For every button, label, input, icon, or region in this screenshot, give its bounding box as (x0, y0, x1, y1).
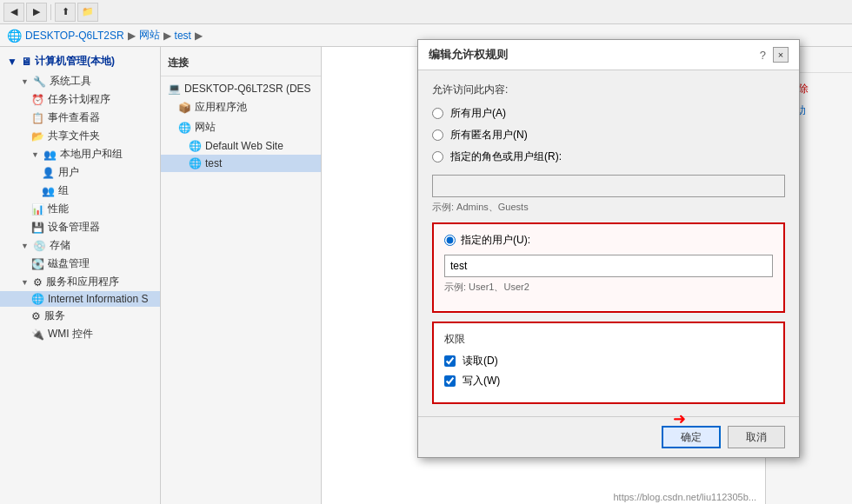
shared-icon: 📂 (31, 130, 44, 143)
specific-user-label: 指定的用户(U): (461, 233, 530, 248)
users-label: 用户 (58, 165, 79, 180)
ok-button[interactable]: 确定 (662, 426, 721, 448)
checkbox-write[interactable]: 写入(W) (444, 374, 773, 388)
sidebar-item-shared-folders[interactable]: 📂 共享文件夹 (0, 127, 160, 145)
users-icon: 👤 (42, 167, 55, 179)
svc-icon: ⚙ (31, 310, 41, 322)
storage-label: 存储 (50, 238, 70, 253)
task-icon: ⏰ (31, 94, 44, 106)
expand-icon: ▼ (7, 56, 17, 68)
address-icon: 🌐 (7, 29, 22, 43)
disk-icon: 💽 (31, 258, 44, 270)
back-button[interactable]: ◀ (3, 3, 24, 22)
modal-backdrop: 编辑允许权规则 ? × 允许访问此内容: 所有用户(A) 所有匿名用户(N) (148, 0, 852, 504)
groups-icon: 👥 (42, 185, 55, 197)
event-label: 事件查看器 (48, 110, 100, 125)
expand-users-icon: ▼ (31, 150, 40, 159)
event-icon: 📋 (31, 112, 44, 124)
radio-all-users-label: 所有用户(A) (450, 106, 506, 121)
device-icon: 💾 (31, 222, 44, 234)
device-label: 设备管理器 (48, 220, 100, 235)
system-tools-icon: 🔧 (33, 76, 46, 88)
expand-storage-icon: ▼ (21, 242, 30, 250)
up-button[interactable]: ⬆ (55, 3, 76, 22)
sidebar-item-services-apps[interactable]: ▼ ⚙ 服务和应用程序 (0, 273, 160, 291)
radio-all-users[interactable]: 所有用户(A) (432, 106, 785, 121)
services-icon: ⚙ (33, 276, 43, 288)
user-hint: 示例: User1、User2 (444, 281, 773, 294)
radio-specific-role-label: 指定的角色或用户组(R): (450, 149, 562, 164)
sidebar-item-disk-mgmt[interactable]: 💽 磁盘管理 (0, 255, 160, 273)
sidebar-item-storage[interactable]: ▼ 💿 存储 (0, 236, 160, 255)
radio-anonymous-input[interactable] (432, 129, 443, 141)
toolbar-separator (50, 4, 51, 20)
path-desktop[interactable]: DESKTOP-Q6LT2SR (25, 30, 124, 42)
local-users-icon: 👥 (43, 149, 57, 161)
iis-icon: 🌐 (31, 293, 44, 305)
radio-anonymous[interactable]: 所有匿名用户(N) (432, 128, 785, 143)
computer-icon: 🖥 (21, 56, 31, 68)
local-users-label: 本地用户和组 (60, 147, 123, 162)
sidebar-item-device-manager[interactable]: 💾 设备管理器 (0, 218, 160, 236)
sidebar-root[interactable]: ▼ 🖥 计算机管理(本地) (0, 50, 160, 72)
sidebar-item-event-viewer[interactable]: 📋 事件查看器 (0, 109, 160, 127)
dialog-close-button[interactable]: × (773, 47, 789, 63)
radio-group: 所有用户(A) 所有匿名用户(N) 指定的角色或用户组(R): (432, 106, 785, 164)
svc-label: 服务 (44, 308, 65, 323)
storage-icon: 💿 (33, 240, 46, 252)
groups-label: 组 (58, 183, 69, 198)
radio-anonymous-label: 所有匿名用户(N) (450, 128, 528, 143)
specified-user-section: 指定的用户(U): 示例: User1、User2 (432, 222, 785, 313)
perf-icon: 📊 (31, 203, 44, 216)
dialog-footer: 确定 取消 (418, 416, 799, 457)
specific-user-radio-input[interactable] (444, 235, 456, 246)
specific-user-radio-label[interactable]: 指定的用户(U): (444, 233, 773, 248)
perf-label: 性能 (48, 202, 69, 216)
checkbox-write-input[interactable] (444, 375, 456, 387)
dialog-title: 编辑允许权规则 (429, 47, 508, 63)
radio-specific-role-input[interactable] (432, 151, 443, 162)
sidebar-item-local-users[interactable]: ▼ 👥 本地用户和组 (0, 145, 160, 163)
sidebar-item-services[interactable]: ⚙ 服务 (0, 307, 160, 325)
dialog-help-button[interactable]: ? (760, 49, 766, 62)
forward-button[interactable]: ▶ (26, 3, 47, 22)
edit-rule-dialog: 编辑允许权规则 ? × 允许访问此内容: 所有用户(A) 所有匿名用户(N) (417, 39, 800, 458)
wmi-icon: 🔌 (31, 328, 44, 341)
radio-all-users-input[interactable] (432, 108, 443, 119)
role-hint: 示例: Admins、Guests (432, 201, 785, 214)
iis-label: Internet Information S (48, 293, 148, 305)
sidebar-item-system-tools[interactable]: ▼ 🔧 系统工具 (0, 72, 160, 90)
system-tools-label: 系统工具 (50, 74, 91, 89)
expand-system-icon: ▼ (21, 77, 30, 86)
permissions-label: 权限 (444, 332, 773, 347)
sidebar-root-label: 计算机管理(本地) (35, 54, 115, 69)
read-label: 读取(D) (463, 354, 498, 368)
wmi-label: WMI 控件 (48, 327, 93, 342)
services-label: 服务和应用程序 (46, 275, 119, 289)
user-input[interactable] (444, 255, 773, 277)
write-label: 写入(W) (463, 374, 500, 388)
sidebar: ▼ 🖥 计算机管理(本地) ▼ 🔧 系统工具 ⏰ 任务计划程序 📋 事件查看器 … (0, 47, 161, 504)
checkbox-read-input[interactable] (444, 355, 456, 367)
sidebar-item-wmi[interactable]: 🔌 WMI 控件 (0, 325, 160, 343)
radio-specific-role[interactable]: 指定的角色或用户组(R): (432, 149, 785, 164)
role-input[interactable] (432, 175, 785, 197)
disk-label: 磁盘管理 (48, 256, 90, 271)
permissions-section: 权限 读取(D) 写入(W) (432, 322, 785, 404)
sidebar-item-performance[interactable]: 📊 性能 (0, 200, 160, 218)
task-label: 任务计划程序 (48, 92, 110, 107)
sidebar-item-iis[interactable]: 🌐 Internet Information S (0, 291, 160, 307)
sidebar-item-task-scheduler[interactable]: ⏰ 任务计划程序 (0, 90, 160, 109)
sidebar-item-users[interactable]: 👤 用户 (0, 163, 160, 182)
dialog-titlebar: 编辑允许权规则 ? × (418, 40, 799, 70)
expand-services-icon: ▼ (21, 278, 30, 287)
shared-label: 共享文件夹 (48, 129, 100, 143)
sidebar-item-groups[interactable]: 👥 组 (0, 182, 160, 200)
dialog-footer-container: ➜ 确定 取消 (418, 416, 799, 457)
dialog-content: 允许访问此内容: 所有用户(A) 所有匿名用户(N) 指定的角色或用户组(R): (418, 70, 799, 416)
checkbox-read[interactable]: 读取(D) (444, 354, 773, 368)
path-sep-1: ▶ (128, 30, 136, 42)
cancel-button[interactable]: 取消 (728, 426, 785, 448)
dialog-controls: ? × (760, 47, 789, 63)
folder-button[interactable]: 📁 (77, 3, 98, 22)
